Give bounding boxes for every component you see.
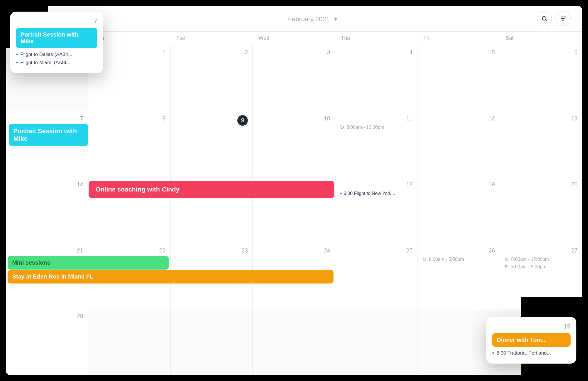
date-25: 25 (340, 247, 413, 254)
popup-date-19: 19 (492, 323, 571, 330)
day-header-tue: Tue (171, 32, 253, 45)
popup-dinner-title[interactable]: Dinner with Tom... (492, 333, 571, 347)
cell-empty-5[interactable] (335, 309, 417, 375)
date-21: 21 (10, 247, 83, 254)
day-header-wed: Wed (253, 32, 335, 45)
date-20: 20 (505, 181, 578, 188)
date-24: 24 (257, 247, 330, 254)
date-2: 2 (175, 49, 248, 56)
recur-icon-27a: ↻ (505, 256, 509, 263)
popup-date-7: 7 (16, 17, 97, 25)
date-26: 26 (422, 247, 495, 254)
date-3: 3 (257, 49, 330, 56)
cell-empty-2[interactable] (88, 309, 170, 375)
date-6: 6 (505, 49, 578, 56)
cell-10[interactable]: 10 (253, 111, 335, 177)
cell-8[interactable]: 8 (88, 111, 170, 177)
date-9-today: 9 (237, 115, 248, 126)
recurring-event-26[interactable]: ↻ 8:00am - 5:00pm (422, 256, 495, 263)
date-5: 5 (422, 49, 495, 56)
cell-3[interactable]: 3 (253, 45, 335, 111)
mini-sessions-event[interactable]: Mini sessions (8, 256, 169, 270)
cell-empty-3[interactable] (171, 309, 253, 375)
popup-trattoria[interactable]: 8:00 Trattoria, Portland... (492, 350, 571, 356)
filter-button[interactable] (555, 11, 571, 26)
cell-4[interactable]: 4 (335, 45, 417, 111)
popup-portrait-title[interactable]: Portrait Session with Mike (16, 28, 97, 48)
cell-empty-4[interactable] (253, 309, 335, 375)
date-10: 10 (257, 115, 330, 122)
date-8: 8 (93, 115, 165, 122)
search-button[interactable] (537, 11, 552, 26)
eden-roc-event[interactable]: Stay at Eden Roc in Miami FL (8, 270, 334, 284)
header-icons (537, 11, 571, 26)
date-18: 18 (340, 181, 413, 188)
date-4: 4 (340, 49, 413, 56)
cell-26[interactable]: 26 ↻ 8:00am - 5:00pm (417, 243, 500, 309)
svg-line-1 (546, 20, 547, 21)
date-22: 22 (93, 247, 165, 254)
cell-19[interactable]: 19 (417, 177, 500, 243)
svg-point-7 (562, 20, 563, 21)
cell-12[interactable]: 12 (417, 111, 500, 177)
month-year-title[interactable]: February 2021 ▾ (91, 14, 532, 23)
svg-point-5 (565, 17, 566, 18)
date-28: 28 (10, 313, 83, 320)
recur-icon-26: ↻ (422, 256, 426, 263)
date-23: 23 (175, 247, 248, 254)
popup-flight-miami[interactable]: Flight to Miami (AA86... (16, 59, 97, 66)
cell-5[interactable]: 5 (417, 45, 500, 111)
recurring-event-27a[interactable]: ↻ 8:00am - 12:00pm (505, 256, 578, 263)
popup-flight-dallas[interactable]: Flight to Dallas (AA34... (16, 51, 97, 58)
flight-ny-event[interactable]: 6:00 Flight to New York... (340, 190, 413, 197)
date-14: 14 (10, 181, 83, 188)
date-13: 13 (505, 115, 578, 122)
popup-card-day7: 7 Portrait Session with Mike Flight to D… (10, 12, 103, 73)
day-header-fri: Fri (417, 32, 500, 45)
cell-11[interactable]: 11 ↻ 8:00am - 12:00pm (335, 111, 417, 177)
day-header-thu: Thu (335, 32, 417, 45)
online-coaching-event[interactable]: Online coaching with Cindy (89, 181, 334, 198)
date-12: 12 (422, 115, 495, 122)
recurring-event-11[interactable]: ↻ 8:00am - 12:00pm (340, 124, 413, 131)
cell-13[interactable]: 13 (500, 111, 582, 177)
cell-9[interactable]: 9 (171, 111, 253, 177)
cell-2[interactable]: 2 (171, 45, 253, 111)
cell-28[interactable]: 28 (6, 309, 88, 375)
recur-icon-27b: ↻ (505, 264, 509, 270)
day-header-sat: Sat (500, 32, 582, 45)
cell-6[interactable]: 6 (500, 45, 582, 111)
portrait-session-event[interactable]: Portrait Session with Mike (9, 124, 88, 146)
cell-18[interactable]: 18 6:00 Flight to New York... (335, 177, 417, 243)
svg-point-6 (561, 18, 562, 19)
date-1: 1 (93, 49, 165, 56)
date-11: 11 (340, 115, 413, 122)
date-27: 27 (505, 247, 578, 254)
cell-25[interactable]: 25 (335, 243, 417, 309)
popup-card-day19: 19 Dinner with Tom... 8:00 Trattoria, Po… (486, 317, 576, 364)
recurring-event-27b[interactable]: ↻ 3:00pm - 5:00pm (505, 264, 578, 270)
recur-icon-11: ↻ (340, 124, 344, 131)
date-7: 7 (10, 115, 83, 122)
date-19: 19 (422, 181, 495, 188)
cell-14[interactable]: 14 (6, 177, 88, 243)
cell-20[interactable]: 20 (500, 177, 582, 243)
